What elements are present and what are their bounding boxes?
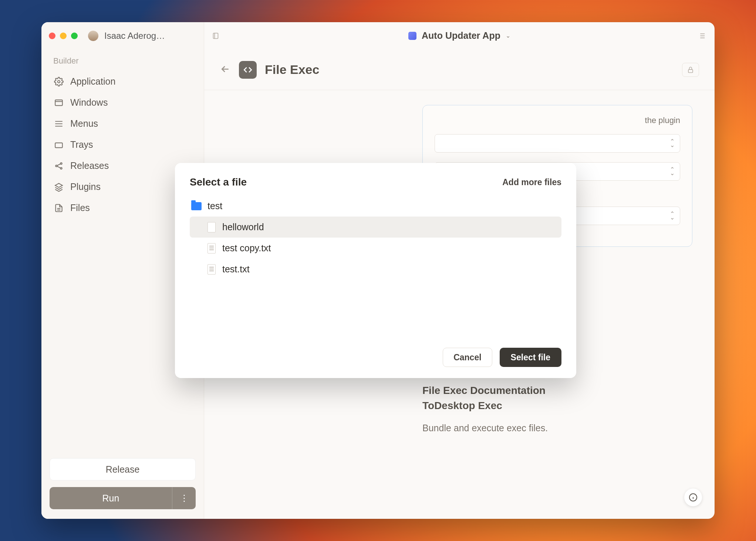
menu-icon: [54, 119, 64, 129]
select-file-modal: Select a file Add more files test hellow…: [175, 163, 576, 378]
svg-point-3: [55, 165, 57, 166]
svg-rect-6: [213, 33, 218, 38]
titlebar: Isaac Aderog…: [41, 22, 204, 50]
doc-description: Bundle and execute exec files.: [422, 423, 692, 433]
tray-icon: [54, 140, 64, 150]
sidebar-item-plugins[interactable]: Plugins: [50, 176, 195, 197]
folder-name: test: [207, 201, 222, 211]
sidebar-item-label: Trays: [70, 139, 93, 150]
gear-icon: [54, 77, 64, 86]
file-icon: [54, 203, 64, 213]
username-label[interactable]: Isaac Aderog…: [104, 31, 165, 41]
layers-icon: [54, 182, 64, 192]
lock-button[interactable]: [682, 63, 699, 77]
chevron-down-icon[interactable]: ⌄: [506, 32, 510, 39]
minimize-window-icon[interactable]: [60, 33, 67, 39]
blank-file-icon: [207, 222, 216, 232]
svg-rect-2: [55, 143, 63, 147]
doc-title-2: ToDesktop Exec: [422, 398, 692, 414]
sidebar-item-menus[interactable]: Menus: [50, 113, 195, 134]
sidebar-item-label: Releases: [70, 160, 109, 171]
file-row[interactable]: test copy.txt: [190, 238, 561, 259]
svg-rect-1: [55, 100, 63, 105]
sidebar-item-label: Files: [70, 203, 90, 213]
release-button[interactable]: Release: [50, 458, 196, 480]
file-name: helloworld: [222, 222, 264, 232]
config-hint: the plugin: [435, 116, 680, 125]
close-window-icon[interactable]: [49, 33, 55, 39]
text-file-icon: [207, 243, 216, 254]
fullscreen-window-icon[interactable]: [71, 33, 78, 39]
folder-row[interactable]: test: [190, 198, 561, 217]
avatar[interactable]: [88, 31, 98, 41]
svg-point-0: [58, 80, 60, 83]
code-icon: [239, 61, 257, 79]
window-title-bar: Auto Updater App ⌄: [204, 22, 715, 50]
sidebar-item-files[interactable]: Files: [50, 197, 195, 218]
share-icon: [54, 161, 64, 171]
app-icon: [408, 32, 416, 40]
text-file-icon: [207, 264, 216, 275]
sidebar-item-label: Windows: [70, 97, 108, 108]
sidebar-item-label: Menus: [70, 118, 98, 129]
config-select-1[interactable]: ⌃⌄: [435, 134, 680, 153]
sidebar-section-label: Builder: [50, 56, 195, 66]
sidebar-item-trays[interactable]: Trays: [50, 134, 195, 155]
svg-rect-7: [688, 69, 693, 72]
doc-title-1: File Exec Documentation: [422, 383, 692, 398]
page-title: File Exec: [265, 62, 319, 77]
list-toggle-icon[interactable]: [698, 32, 706, 40]
documentation-block: File Exec Documentation ToDesktop Exec B…: [422, 383, 692, 433]
file-list: helloworld test copy.txt test.txt: [190, 217, 561, 341]
folder-icon: [191, 202, 202, 210]
panel-toggle-icon[interactable]: [212, 31, 220, 41]
run-button[interactable]: Run: [50, 487, 172, 509]
sidebar-item-releases[interactable]: Releases: [50, 155, 195, 176]
window-icon: [54, 98, 64, 108]
sidebar-item-application[interactable]: Application: [50, 71, 195, 92]
file-name: test.txt: [222, 264, 250, 275]
cancel-button[interactable]: Cancel: [443, 348, 492, 367]
run-menu-button[interactable]: ⋮: [172, 487, 196, 509]
page-header: File Exec: [204, 50, 715, 90]
file-row[interactable]: test.txt: [190, 259, 561, 280]
traffic-lights: [49, 33, 78, 39]
back-button[interactable]: [220, 64, 231, 76]
sidebar-item-label: Application: [70, 76, 115, 87]
file-name: test copy.txt: [222, 243, 271, 254]
svg-point-5: [60, 167, 62, 169]
modal-title: Select a file: [190, 176, 247, 188]
svg-point-4: [60, 163, 62, 164]
app-title-label[interactable]: Auto Updater App: [422, 30, 500, 41]
add-more-files-link[interactable]: Add more files: [502, 177, 561, 187]
select-file-button[interactable]: Select file: [500, 348, 561, 367]
file-row[interactable]: helloworld: [190, 217, 561, 238]
sidebar-item-windows[interactable]: Windows: [50, 92, 195, 113]
info-button[interactable]: [684, 489, 702, 506]
sidebar-item-label: Plugins: [70, 181, 101, 192]
